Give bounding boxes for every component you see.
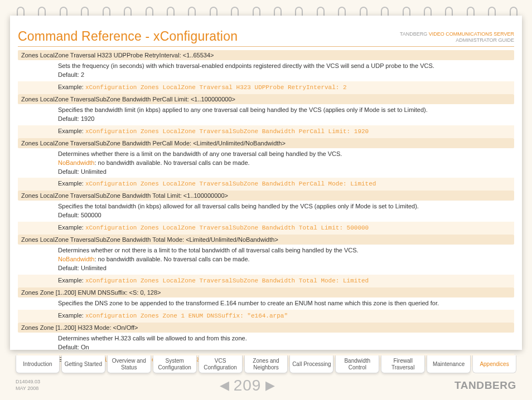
page-header: Command Reference - xConfiguration TANDB… — [18, 29, 514, 47]
command-head: Zones LocalZone TraversalSubZone Bandwid… — [18, 191, 514, 201]
header-meta: TANDBERG VIDEO COMMUNICATIONS SERVER ADM… — [400, 31, 514, 44]
next-page-arrow[interactable]: ▶ — [265, 378, 275, 393]
command-head: Zones LocalZone TraversalSubZone Bandwid… — [18, 235, 514, 245]
tab-overview-and-status[interactable]: Overview and Status — [107, 355, 151, 373]
command-description: Determines whether there is a limit on t… — [18, 148, 514, 178]
tab-system-configuration[interactable]: System Configuration — [153, 355, 197, 373]
command-example: Example: xConfiguration Zones LocalZone … — [18, 222, 514, 235]
command-description: Specifies the bandwidth limit (in kbps) … — [18, 104, 514, 125]
command-description: Specifies the DNS zone to be appended to… — [18, 297, 514, 310]
command-block: Zones Zone [1..200] ENUM DNSSuffix: <S: … — [18, 287, 514, 323]
command-head: Zones Zone [1..200] H323 Mode: <On/Off> — [18, 323, 514, 333]
page-footer: D14049.03 MAY 2008 ◀ 209 ▶ TANDBERG — [16, 377, 516, 394]
tab-firewall-traversal[interactable]: Firewall Traversal — [381, 355, 425, 373]
command-block: Zones LocalZone Traversal H323 UDPProbe … — [18, 50, 514, 94]
command-example: Example: xConfiguration Zones LocalZone … — [18, 275, 514, 287]
brand-logo: TANDBERG — [454, 379, 516, 392]
command-description: Determines whether or not there is a lim… — [18, 245, 514, 275]
tab-maintenance[interactable]: Maintenance — [427, 355, 471, 373]
page-number: 209 — [234, 377, 262, 394]
tab-zones-and-neighbors[interactable]: Zones and Neighbors — [244, 355, 288, 373]
prev-page-arrow[interactable]: ◀ — [220, 378, 229, 393]
command-block: Zones LocalZone TraversalSubZone Bandwid… — [18, 138, 514, 191]
command-head: Zones LocalZone Traversal H323 UDPProbe … — [18, 50, 514, 60]
command-block: Zones LocalZone TraversalSubZone Bandwid… — [18, 235, 514, 287]
tab-bandwidth-control[interactable]: Bandwidth Control — [335, 355, 379, 373]
command-description: Sets the frequency (in seconds) with whi… — [18, 60, 514, 81]
command-head: Zones LocalZone TraversalSubZone Bandwid… — [18, 138, 514, 148]
command-example: Example: xConfiguration Zones LocalZone … — [18, 125, 514, 138]
pager: ◀ 209 ▶ — [220, 377, 275, 394]
command-head: Zones LocalZone TraversalSubZone Bandwid… — [18, 94, 514, 104]
command-example: Example: xConfiguration Zones LocalZone … — [18, 178, 514, 191]
command-description: Specifies the total bandwidth (in kbps) … — [18, 201, 514, 222]
tab-introduction[interactable]: Introduction — [16, 355, 60, 373]
tab-call-processing[interactable]: Call Processing — [289, 355, 333, 373]
command-block: Zones LocalZone TraversalSubZone Bandwid… — [18, 191, 514, 235]
command-example: Example: xConfiguration Zones LocalZone … — [18, 81, 514, 94]
tab-vcs-configuration[interactable]: VCS Configuration — [199, 355, 243, 373]
document-page: Command Reference - xConfiguration TANDB… — [10, 16, 522, 350]
command-description: Determines whether H.323 calls will be a… — [18, 333, 514, 354]
commands-table: Zones LocalZone Traversal H323 UDPProbe … — [18, 50, 514, 367]
header-guide: ADMINISTRATOR GUIDE — [456, 37, 514, 43]
tab-getting-started[interactable]: Getting Started — [61, 355, 105, 373]
tab-appendices[interactable]: Appendices — [472, 355, 516, 373]
header-company: TANDBERG — [400, 31, 427, 37]
nav-tabs: IntroductionGetting StartedOverview and … — [16, 355, 516, 373]
command-block: Zones LocalZone TraversalSubZone Bandwid… — [18, 94, 514, 138]
doc-id: D14049.03 MAY 2008 — [16, 379, 40, 392]
page-title: Command Reference - xConfiguration — [18, 29, 238, 44]
command-example: Example: xConfiguration Zones Zone 1 ENU… — [18, 310, 514, 323]
command-head: Zones Zone [1..200] ENUM DNSSuffix: <S: … — [18, 287, 514, 297]
header-product: VIDEO COMMUNICATIONS SERVER — [429, 31, 514, 37]
